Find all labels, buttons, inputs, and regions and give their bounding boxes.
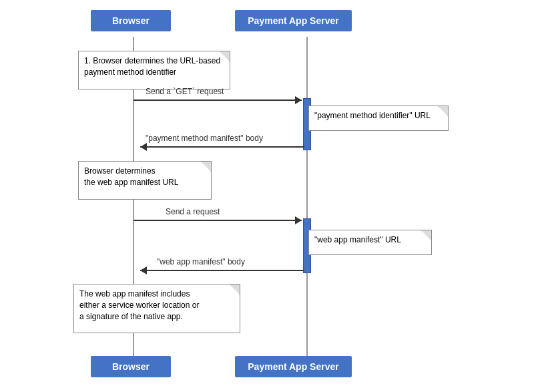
arrow-manifest-label: "payment method manifest" body bbox=[146, 134, 263, 143]
arrow-send-request-label: Send a request bbox=[166, 207, 220, 216]
server-lifeline bbox=[306, 37, 308, 356]
note-browser-determines-url: 1. Browser determines the URL-based paym… bbox=[78, 51, 230, 89]
note-payment-method-identifier: "payment method identifier" URL bbox=[308, 106, 449, 131]
browser-bottom-box: Browser bbox=[91, 356, 171, 377]
arrow-get-label: Send a `GET` request bbox=[146, 87, 224, 96]
arrow-web-manifest-label: "web app manifest" body bbox=[157, 257, 245, 266]
arrow-send-request bbox=[134, 220, 302, 221]
server-top-box: Payment App Server bbox=[235, 10, 352, 31]
arrow-manifest-body bbox=[140, 146, 304, 148]
browser-top-box: Browser bbox=[91, 10, 171, 31]
note-browser-determines-manifest: Browser determines the web app manifest … bbox=[78, 161, 212, 200]
arrow-get-request bbox=[134, 100, 302, 101]
diagram-container: Browser Payment App Server Browser Payme… bbox=[0, 0, 534, 392]
note-web-app-manifest-url: "web app manifest" URL bbox=[308, 230, 432, 255]
arrow-web-manifest-body bbox=[140, 270, 304, 271]
server-bottom-box: Payment App Server bbox=[235, 356, 352, 377]
note-web-app-manifest-includes: The web app manifest includes either a s… bbox=[73, 284, 240, 333]
